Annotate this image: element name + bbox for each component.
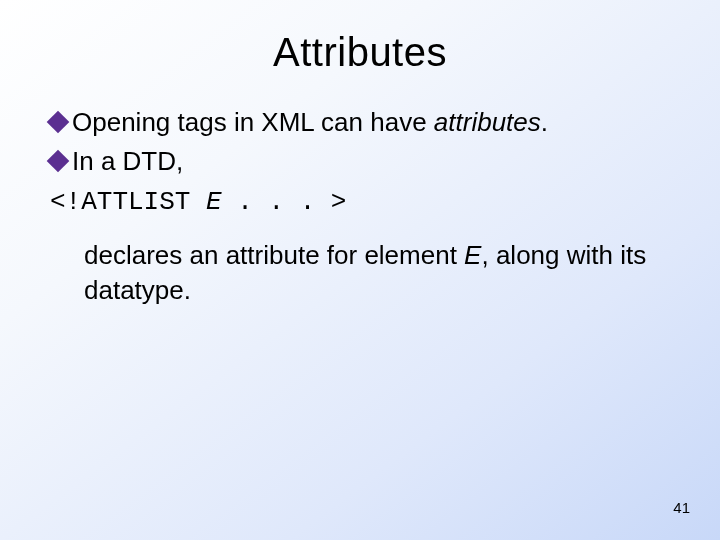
slide: Attributes Opening tags in XML can have …: [0, 0, 720, 540]
code-c: . . . >: [222, 187, 347, 217]
bullet-1-text-a: Opening tags in XML can have: [72, 107, 434, 137]
sub-b: E: [464, 240, 481, 270]
page-number: 41: [673, 499, 690, 516]
bullet-2-text: In a DTD,: [72, 146, 183, 176]
content-area: Opening tags in XML can have attributes.…: [0, 75, 720, 308]
bullet-1-text-b: attributes: [434, 107, 541, 137]
code-a: <!ATTLIST: [50, 187, 206, 217]
sub-text: declares an attribute for element E, alo…: [50, 238, 670, 308]
code-line: <!ATTLIST E . . . >: [50, 183, 670, 220]
diamond-icon: [47, 111, 70, 134]
bullet-1-text-c: .: [541, 107, 548, 137]
bullet-1: Opening tags in XML can have attributes.: [50, 105, 670, 140]
sub-a: declares an attribute for element: [84, 240, 464, 270]
code-b: E: [206, 187, 222, 217]
slide-title: Attributes: [0, 0, 720, 75]
diamond-icon: [47, 150, 70, 173]
bullet-2: In a DTD,: [50, 144, 670, 179]
